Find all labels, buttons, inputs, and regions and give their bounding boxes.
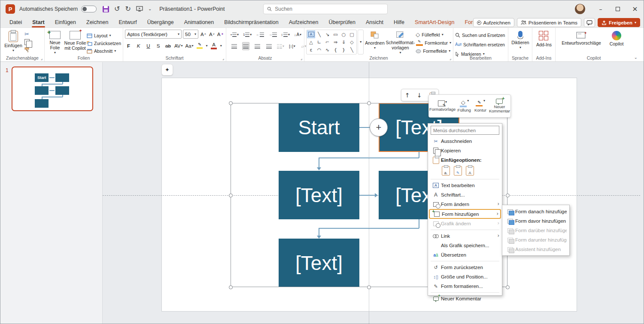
format-painter-icon[interactable]: [24, 47, 30, 53]
addins-button[interactable]: Add-Ins: [534, 30, 554, 47]
shape-arc-icon[interactable]: ◠: [315, 46, 323, 54]
move-up-icon[interactable]: ↑: [405, 92, 410, 98]
justify-button[interactable]: [265, 42, 273, 50]
move-down-icon[interactable]: ↓: [417, 92, 422, 98]
font-color-button[interactable]: A: [210, 42, 218, 50]
shape-elbow-arrow-icon[interactable]: ⌐: [323, 38, 331, 46]
menu-item-cut[interactable]: ✂ Ausschneiden: [429, 136, 501, 146]
slideshow-icon[interactable]: [136, 6, 143, 12]
tab-uebergaenge[interactable]: Übergänge: [143, 18, 179, 27]
copilot-button[interactable]: Copilot: [605, 30, 628, 55]
strikethrough-button[interactable]: ab: [164, 42, 172, 50]
resize-handle-middle-right[interactable]: [506, 194, 510, 197]
align-text-vertical-button[interactable]: [↕]▾: [289, 42, 296, 50]
shape-effects-button[interactable]: Formeffekte▾: [416, 48, 451, 55]
tab-bildschirmpraesentation[interactable]: Bildschirmpräsentation: [219, 18, 283, 27]
italic-button[interactable]: K: [135, 42, 142, 50]
menu-item-save-as-graphic[interactable]: Als Grafik speichern...: [429, 241, 501, 250]
present-in-teams-button[interactable]: Präsentieren in Teams: [517, 18, 581, 27]
decrease-indent-button[interactable]: ←: [256, 30, 264, 39]
shape-curve-icon[interactable]: ∿: [323, 46, 331, 54]
arrange-button[interactable]: Anordnen ▾: [364, 30, 386, 55]
shape-line2-icon[interactable]: ╲: [348, 46, 356, 54]
columns-button[interactable]: ▾: [277, 42, 284, 50]
close-button[interactable]: ×: [626, 0, 644, 18]
text-direction-button[interactable]: ↓A▾: [294, 30, 301, 39]
bullets-button[interactable]: •▾: [231, 30, 239, 39]
paste-keep-source-icon[interactable]: a.: [442, 166, 450, 176]
numbering-button[interactable]: 1▾: [243, 30, 252, 39]
layout-button[interactable]: Layout▾: [87, 32, 121, 39]
tab-hilfe[interactable]: Hilfe: [389, 18, 409, 27]
tab-animationen[interactable]: Animationen: [179, 18, 219, 27]
search-input[interactable]: [275, 6, 384, 12]
shape-block-arrow-down-icon[interactable]: ⇓: [340, 38, 348, 46]
text-shadow-button[interactable]: S: [155, 42, 162, 50]
shape-rectangle-icon[interactable]: ▭: [331, 30, 340, 38]
search-box[interactable]: [263, 4, 388, 14]
tab-smartart-design[interactable]: SmartArt-Design: [410, 18, 459, 27]
shape-line-icon[interactable]: ╲: [315, 30, 323, 38]
undo-icon[interactable]: ↺: [114, 6, 120, 12]
shape-block-arrow-right-icon[interactable]: ⇒: [331, 38, 340, 46]
menu-item-edit-text[interactable]: A Text bearbeiten: [429, 181, 501, 190]
shape-arrow-icon[interactable]: ↘: [323, 30, 331, 38]
menu-item-font[interactable]: A Schriftart...: [429, 190, 501, 200]
menu-search-input[interactable]: [433, 128, 497, 133]
quick-styles-button[interactable]: Schnellformat­vorlagen ▾: [386, 30, 415, 55]
replace-fonts-button[interactable]: A⇄ Schriftarten ersetzen: [455, 40, 506, 48]
submenu-item-add-shape-after[interactable]: Form danach hinzufügen: [503, 207, 568, 216]
menu-item-link[interactable]: Link ›: [429, 231, 501, 241]
align-center-button[interactable]: [242, 42, 249, 50]
minimize-button[interactable]: –: [592, 0, 609, 18]
clipboard-dialog-launcher-icon[interactable]: ⌟: [41, 57, 43, 61]
slide-canvas[interactable]: Start [Text] [Text] [Text] [Text] + ✦ ↑: [103, 62, 644, 324]
bold-button[interactable]: F: [125, 42, 132, 50]
shape-rounded-rectangle-icon[interactable]: ▢: [348, 30, 356, 38]
cut-icon[interactable]: ✂: [24, 31, 30, 37]
shape-scribble-icon[interactable]: ε: [307, 46, 315, 54]
resize-handle-middle-left[interactable]: [229, 194, 233, 197]
menu-item-add-shape[interactable]: + Form hinzufügen ›: [429, 209, 501, 219]
menu-item-new-comment[interactable]: + Neuer Kommentar: [429, 294, 501, 303]
slide-thumbnail[interactable]: Start: [12, 67, 93, 111]
tab-entwurf[interactable]: Entwurf: [114, 18, 141, 27]
comments-button[interactable]: [584, 18, 595, 27]
add-shape-plus-button[interactable]: +: [370, 118, 388, 136]
drawing-dialog-launcher-icon[interactable]: ⌟: [450, 57, 451, 61]
resize-handle-bottom-center[interactable]: [367, 285, 371, 289]
change-case-button[interactable]: Aa▾: [185, 42, 194, 50]
increase-indent-button[interactable]: →: [268, 30, 276, 39]
shape-outline-button[interactable]: ✎ Formkontur▾: [416, 39, 451, 47]
font-name-select[interactable]: Aptos (Textkörper)▾: [125, 30, 182, 39]
resize-handle-top-left[interactable]: [229, 101, 233, 105]
tab-einfuegen[interactable]: Einfügen: [50, 18, 81, 27]
section-button[interactable]: Abschnitt▾: [87, 48, 121, 55]
menu-item-size-position[interactable]: ↕▯ Größe und Position...: [429, 272, 501, 282]
shape-brace-right-icon[interactable]: }: [340, 46, 348, 54]
paragraph-dialog-launcher-icon[interactable]: ⌟: [301, 57, 302, 61]
new-comment-button[interactable]: + Neuer Kommentar: [489, 95, 510, 117]
redo-icon[interactable]: ↻: [125, 6, 131, 12]
autosave-toggle[interactable]: [81, 6, 97, 12]
save-icon[interactable]: [103, 6, 109, 12]
submenu-item-add-shape-before[interactable]: Form davor hinzufügen: [503, 216, 568, 226]
paste-text-only-icon[interactable]: A: [466, 166, 474, 176]
menu-item-copy[interactable]: Kopieren: [429, 146, 501, 155]
format-outline-button[interactable]: ✎▾ Kontur: [472, 95, 489, 117]
copy-icon[interactable]: [24, 39, 30, 45]
format-style-button[interactable]: ▾ Formatvorlage: [429, 95, 456, 117]
clear-formatting-button[interactable]: A✦: [217, 30, 224, 38]
resize-handle-bottom-right[interactable]: [506, 285, 510, 289]
grow-font-button[interactable]: A˄: [200, 30, 207, 38]
tab-ueberpruefen[interactable]: Überprüfen: [324, 18, 360, 27]
tab-datei[interactable]: Datei: [5, 18, 27, 27]
collapse-ribbon-icon[interactable]: ⌄: [634, 55, 638, 60]
resize-handle-bottom-left[interactable]: [229, 285, 233, 289]
shape-triangle-icon[interactable]: △: [307, 38, 315, 46]
menu-item-reset-shape[interactable]: ↺ Form zurücksetzen: [429, 263, 501, 272]
shape-elbow-icon[interactable]: ∟: [315, 38, 323, 46]
resize-handle-top-center[interactable]: [367, 101, 371, 105]
tab-aufzeichnen[interactable]: Aufzeichnen: [284, 18, 323, 27]
new-slide-button[interactable]: + Neue Folie ▾: [46, 30, 64, 55]
